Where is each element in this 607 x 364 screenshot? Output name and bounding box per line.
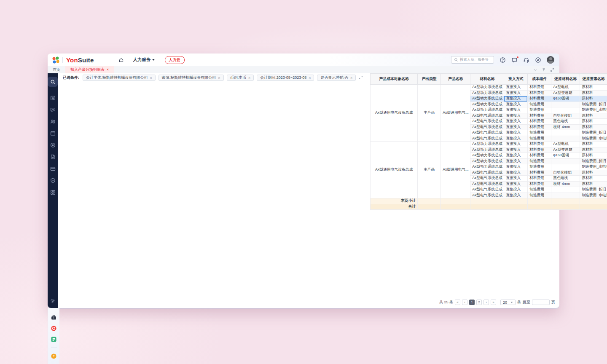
cell-material-name[interactable]: Ax型动力系统总成: [470, 147, 504, 153]
cell-restore-element[interactable]: 原材料: [580, 181, 607, 187]
cell-input-method[interactable]: 直接投入: [504, 136, 528, 142]
cell-input-method[interactable]: 直接投入: [504, 170, 528, 176]
cell-restore-material[interactable]: 自动化模组: [551, 113, 580, 119]
cell-restore-material[interactable]: φ160圆钢: [551, 153, 580, 159]
cell-input-method[interactable]: 直接投入: [504, 124, 528, 130]
cell-cost-component[interactable]: 材料费用: [528, 90, 551, 96]
filter-tag-period[interactable]: 会计期间:2023-08~2023-08×: [257, 75, 314, 81]
cell-restore-material[interactable]: [551, 136, 580, 142]
tab-home[interactable]: 首页: [48, 66, 65, 73]
cell-restore-material[interactable]: Ax型变速箱: [551, 90, 580, 96]
cell-material-name[interactable]: Ax型动力系统总成: [470, 90, 504, 96]
jump-page-input[interactable]: [532, 300, 550, 305]
cell-restore-element[interactable]: 原材料: [580, 147, 607, 153]
cell-cost-component[interactable]: 材料费用: [528, 147, 551, 153]
hr-cloud-badge[interactable]: 人力云: [165, 56, 185, 64]
cell-restore-material[interactable]: 黑色电线: [551, 176, 580, 182]
cell-material-name[interactable]: Ax型电气系统总成: [470, 170, 504, 176]
col-material[interactable]: 材料名称: [470, 74, 504, 85]
cell-restore-material[interactable]: Ax型电机: [551, 142, 580, 147]
cell-input-method[interactable]: 直接投入: [504, 187, 528, 193]
cell-cost-component[interactable]: 制造费用: [528, 107, 551, 113]
cell-material-name[interactable]: Ax型动力系统总成: [470, 164, 504, 170]
cell-material-name[interactable]: Ax型动力系统总成: [470, 107, 504, 113]
cell-restore-element[interactable]: 原材料: [580, 96, 607, 102]
cell-object[interactable]: Ax型通用电气设备总成: [371, 142, 418, 198]
cell-cost-component[interactable]: 材料费用: [528, 96, 551, 102]
cell-cost-component[interactable]: 制造费用: [528, 136, 551, 142]
cell-restore-material[interactable]: φ160圆钢: [551, 96, 580, 102]
cell-restore-material[interactable]: 黑色电线: [551, 119, 580, 125]
cell-output-type[interactable]: 主产品: [418, 85, 441, 142]
briefcase-icon[interactable]: [50, 314, 57, 321]
cell-cost-component[interactable]: 材料费用: [528, 85, 551, 91]
col-restore-element[interactable]: 还原要素名称: [580, 74, 607, 85]
sidebar-message-icon[interactable]: [50, 107, 56, 113]
cell-restore-element[interactable]: 原材料: [580, 85, 607, 91]
cell-restore-material[interactable]: [551, 164, 580, 170]
cell-restore-element[interactable]: 制造费用_水电费: [580, 107, 607, 113]
cell-input-method[interactable]: 直接投入: [504, 153, 528, 159]
cell-input-method[interactable]: 直接投入: [504, 102, 528, 107]
cell-material-name[interactable]: Ax型动力系统总成: [470, 102, 504, 107]
cell-restore-element[interactable]: 原材料: [580, 119, 607, 125]
prev-page-button[interactable]: ‹: [462, 300, 467, 305]
cell-cost-component[interactable]: 材料费用: [528, 181, 551, 187]
cell-input-method[interactable]: 直接投入: [504, 142, 528, 147]
col-component[interactable]: 成本组件: [528, 74, 551, 85]
cell-cost-component[interactable]: 制造费用: [528, 130, 551, 136]
sidebar-target-icon[interactable]: [50, 142, 56, 148]
cell-restore-element[interactable]: 制造费用_折旧: [580, 102, 607, 107]
col-restore-material[interactable]: 还原材料名称: [551, 74, 580, 85]
cell-material-name[interactable]: Ax型动力系统总成: [470, 153, 504, 159]
cell-restore-element[interactable]: 制造费用_折旧: [580, 130, 607, 136]
cell-restore-material[interactable]: [551, 158, 580, 164]
cell-cost-component[interactable]: 材料费用: [528, 153, 551, 159]
cell-cost-component[interactable]: 材料费用: [528, 142, 551, 147]
remove-filter-icon[interactable]: ×: [150, 76, 152, 80]
col-output-type[interactable]: 产出类型: [418, 74, 441, 85]
cell-input-method[interactable]: 直接投入: [504, 181, 528, 187]
cell-product[interactable]: Ax型通用电气...: [441, 142, 470, 198]
filter-tag-currency[interactable]: 币别:本币×: [227, 75, 254, 81]
table-fullscreen-icon[interactable]: [359, 75, 363, 80]
support-headset-icon[interactable]: [523, 57, 529, 63]
nav-hr-service[interactable]: 人力服务: [133, 57, 155, 63]
fullscreen-icon[interactable]: [550, 68, 554, 72]
cell-input-method[interactable]: 直接投入: [504, 193, 528, 198]
cell-restore-material[interactable]: 自动化模组: [551, 170, 580, 176]
cell-cost-component[interactable]: 材料费用: [528, 170, 551, 176]
home-icon[interactable]: [118, 57, 124, 63]
cell-material-name[interactable]: Ax型电气系统总成: [470, 136, 504, 142]
next-page-button[interactable]: ›: [483, 300, 489, 305]
cell-input-method[interactable]: 直接投入: [504, 158, 528, 164]
question-help-icon[interactable]: ?: [50, 353, 57, 360]
cell-restore-element[interactable]: 原材料: [580, 153, 607, 159]
first-page-button[interactable]: «: [455, 300, 460, 305]
remove-filter-icon[interactable]: ×: [309, 76, 311, 80]
cell-restore-material[interactable]: 板材-4mm: [551, 181, 580, 187]
filter-tag-entity[interactable]: 会计主体:杨斯维特机械设备有限公司×: [83, 75, 156, 81]
sidebar-org-icon[interactable]: [50, 95, 56, 101]
table-row[interactable]: Ax型通用电气设备总成主产品Ax型通用电气...Ax型动力系统总成直接投入材料费…: [371, 142, 607, 147]
tabs-collapse-icon[interactable]: [533, 68, 537, 72]
filter-tag-offset[interactable]: 是否显示冲销:否×: [317, 75, 356, 81]
cell-restore-element[interactable]: 制造费用_水电费: [580, 136, 607, 142]
cell-input-method[interactable]: 直接投入: [504, 130, 528, 136]
tab-report[interactable]: 投入产出分项明细表 ×: [65, 66, 114, 73]
cell-restore-material[interactable]: [551, 187, 580, 193]
help-icon[interactable]: [500, 57, 506, 63]
cell-input-method[interactable]: 直接投入: [504, 164, 528, 170]
cell-cost-component[interactable]: 材料费用: [528, 113, 551, 119]
feedback-icon[interactable]: [511, 57, 518, 63]
remove-filter-icon[interactable]: ×: [218, 76, 220, 80]
cell-restore-element[interactable]: 原材料: [580, 170, 607, 176]
last-page-button[interactable]: »: [491, 300, 496, 305]
scroll-top-icon[interactable]: [542, 68, 546, 72]
sidebar-calendar-icon[interactable]: [50, 130, 56, 136]
sidebar-team-icon[interactable]: [50, 118, 56, 125]
cell-material-name[interactable]: Ax型电气系统总成: [470, 113, 504, 119]
cell-input-method[interactable]: 直接投入: [504, 85, 528, 91]
sidebar-settings-icon[interactable]: [48, 298, 58, 304]
page-1-button[interactable]: 1: [469, 300, 475, 305]
